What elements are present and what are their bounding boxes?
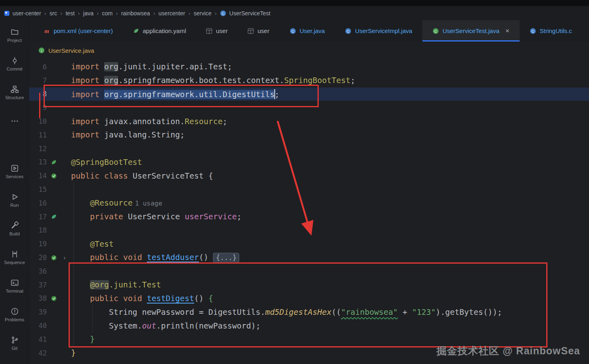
line-number[interactable]: 10 — [29, 117, 47, 125]
line-number[interactable]: 16 — [29, 199, 47, 207]
stripe-item-structure[interactable]: Structure — [0, 78, 29, 107]
code-text[interactable]: public class UserServiceTest { — [69, 171, 213, 181]
breadcrumb-item[interactable]: user-center — [4, 10, 41, 17]
svg-text:C: C — [291, 29, 294, 33]
stripe-item-services[interactable]: Services — [0, 157, 29, 186]
line-number[interactable]: 38 — [29, 294, 47, 302]
code-token: .junit.Test — [109, 280, 161, 289]
tab-label: pom.xml (user-center) — [54, 27, 113, 34]
tab-userserviceimpl-java[interactable]: CUserServiceImpl.java — [335, 20, 422, 42]
line-number[interactable]: 41 — [29, 335, 47, 343]
window-title-bar — [0, 0, 589, 6]
code-text[interactable]: public void testAdduser() {...} — [69, 253, 239, 263]
line-number[interactable]: 11 — [29, 131, 47, 139]
line-number[interactable]: 8 — [29, 90, 47, 98]
code-text[interactable]: import org.springframework.boot.test.con… — [69, 76, 355, 85]
tab-label: StringUtils.c — [540, 27, 572, 34]
svg-text:m: m — [44, 28, 49, 34]
line-number[interactable]: 17 — [29, 213, 47, 221]
line-number[interactable]: 19 — [29, 240, 47, 248]
tab-user[interactable]: user — [196, 20, 238, 42]
line-number[interactable]: 7 — [29, 77, 47, 85]
stripe-item-git[interactable]: Git — [0, 329, 29, 358]
tab-user-java[interactable]: CUser.java — [280, 20, 335, 42]
code-text[interactable]: String newPassword = DigestUtils.md5Dige… — [69, 308, 502, 317]
code-editor[interactable]: 6import org.junit.jupiter.api.Test;7impo… — [29, 59, 589, 364]
code-text[interactable]: import org.junit.jupiter.api.Test; — [69, 62, 232, 71]
stripe-item-terminal[interactable]: Terminal — [0, 272, 29, 300]
breadcrumb-item[interactable]: test — [65, 10, 75, 17]
table-icon — [248, 28, 254, 34]
chevron-right-icon: › — [215, 10, 217, 17]
fold-arrow-icon[interactable]: › — [61, 254, 69, 262]
usage-inlay-hint: 1 usage — [135, 200, 162, 207]
line-number[interactable]: 13 — [29, 158, 47, 166]
run-test-gutter-icon[interactable] — [47, 255, 61, 261]
stripe-item-problems[interactable]: Problems — [0, 300, 29, 329]
stripe-item-run[interactable]: Run — [0, 186, 29, 214]
code-text[interactable]: import javax.annotation.Resource; — [69, 117, 227, 126]
stripe-item-more[interactable] — [0, 107, 29, 135]
stripe-item-project[interactable]: Project — [0, 21, 29, 50]
run-class-gutter-icon[interactable] — [47, 173, 61, 179]
stripe-item-label: Build — [9, 231, 20, 236]
code-token: public — [90, 294, 118, 303]
code-token: private — [90, 212, 123, 221]
structure-icon — [10, 85, 19, 94]
breadcrumb-item[interactable]: service — [194, 10, 211, 17]
code-text[interactable]: System.out.println(newPassword); — [69, 321, 261, 331]
breadcrumb-item[interactable]: com — [102, 10, 113, 17]
line-number[interactable]: 9 — [29, 104, 47, 112]
file-tab-label[interactable]: UserService.java — [48, 47, 94, 54]
breadcrumb-item[interactable]: usercenter — [159, 10, 185, 17]
code-text[interactable]: import org.springframework.util.DigestUt… — [69, 89, 280, 99]
line-number[interactable]: 36 — [29, 267, 47, 275]
tab-stringutils-c[interactable]: CStringUtils.c — [520, 20, 582, 42]
code-text[interactable]: public void testDigest() { — [69, 294, 213, 303]
line-number[interactable]: 20 — [29, 254, 47, 262]
code-line: 36 — [29, 264, 589, 278]
code-text[interactable]: } — [69, 348, 76, 358]
close-tab-icon[interactable]: × — [505, 27, 510, 34]
code-token — [142, 294, 147, 303]
code-text[interactable]: @SpringBootTest — [69, 158, 142, 167]
breadcrumb-item[interactable]: src — [50, 10, 57, 17]
line-number[interactable]: 18 — [29, 226, 47, 234]
spring-bean-gutter-icon[interactable] — [47, 214, 61, 220]
code-text[interactable]: @org.junit.Test — [69, 280, 161, 289]
code-text[interactable]: import java.lang.String; — [69, 130, 185, 139]
code-text[interactable]: @Test — [69, 239, 114, 249]
code-text[interactable]: } — [69, 335, 95, 344]
breadcrumb-item[interactable]: rainbowsea — [121, 10, 150, 17]
code-text[interactable]: @Resource1 usage — [69, 198, 162, 208]
code-token: testDigest — [147, 294, 194, 303]
stripe-item-commit[interactable]: Commit — [0, 50, 29, 78]
spring-leaf-gutter-icon[interactable] — [47, 159, 61, 165]
tab-userservicetest-java[interactable]: CUserServiceTest.java× — [422, 20, 520, 42]
stripe-item-sequence[interactable]: Sequence — [0, 243, 29, 272]
code-token: import — [71, 90, 99, 99]
test-class-icon: C — [432, 28, 439, 34]
code-text[interactable]: private UserService userService; — [69, 212, 242, 221]
line-number[interactable]: 42 — [29, 349, 47, 357]
code-line: 13@SpringBootTest — [29, 156, 589, 169]
line-number[interactable]: 40 — [29, 322, 47, 330]
line-number[interactable]: 15 — [29, 185, 47, 193]
code-token: UserServiceTest { — [128, 171, 213, 181]
tab-application-yaml[interactable]: application.yaml — [123, 20, 196, 42]
line-number[interactable]: 37 — [29, 281, 47, 289]
line-number[interactable]: 39 — [29, 308, 47, 316]
line-number[interactable]: 14 — [29, 172, 47, 180]
stripe-item-build[interactable]: Build — [0, 214, 29, 243]
tab-user[interactable]: user — [238, 20, 279, 42]
chevron-right-icon: › — [44, 10, 46, 17]
tab-pom-xml-user-center-[interactable]: mpom.xml (user-center) — [34, 20, 123, 42]
folded-region[interactable]: {...} — [213, 253, 239, 263]
line-number[interactable]: 12 — [29, 145, 47, 153]
breadcrumb-item[interactable]: CUserServiceTest — [220, 10, 270, 17]
run-test-gutter-icon[interactable] — [47, 295, 61, 302]
line-number[interactable]: 6 — [29, 63, 47, 71]
stripe-item-label: Terminal — [6, 289, 23, 293]
breadcrumb-item[interactable]: java — [83, 10, 94, 17]
code-token — [99, 62, 104, 71]
